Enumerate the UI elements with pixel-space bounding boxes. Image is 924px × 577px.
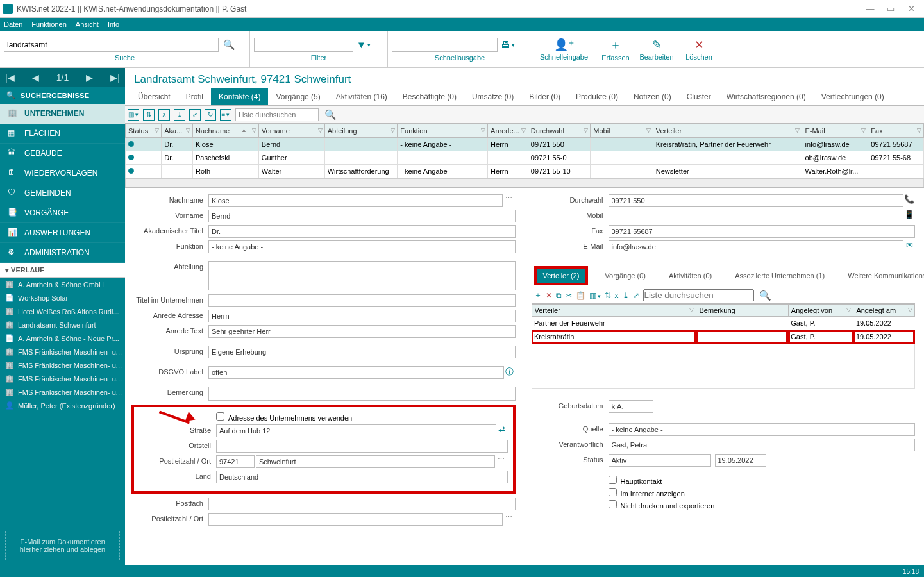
mail-icon[interactable]: ✉ bbox=[903, 240, 915, 250]
tab-cluster[interactable]: Cluster bbox=[679, 88, 719, 105]
sidebar-item-wiedervorlagen[interactable]: 🗓WIEDERVORLAGEN bbox=[0, 163, 125, 183]
filter-icon[interactable]: ▼ bbox=[356, 37, 371, 53]
menu-info[interactable]: Info bbox=[108, 21, 119, 28]
more-icon[interactable]: ⋯ bbox=[495, 455, 508, 464]
list-search-input[interactable] bbox=[235, 108, 319, 121]
email-input[interactable] bbox=[609, 240, 904, 253]
expand-icon[interactable]: ⤢ bbox=[189, 109, 201, 121]
use-company-address-checkbox[interactable] bbox=[216, 412, 224, 421]
noprint-checkbox[interactable] bbox=[609, 500, 617, 508]
table-row[interactable]: RothWalterWirtschaftförderung- keine Ang… bbox=[126, 165, 924, 178]
col-angelegt-von[interactable]: Angelegt von▽ bbox=[788, 305, 853, 317]
edit-icon[interactable]: ✎ bbox=[646, 38, 668, 52]
subtab-vorgaenge[interactable]: Vorgänge (0) bbox=[598, 269, 652, 283]
export-xls-icon[interactable]: x bbox=[615, 291, 619, 300]
export-icon[interactable]: ⤓ bbox=[174, 109, 185, 121]
vorname-input[interactable] bbox=[208, 210, 516, 222]
quick-entry-icon[interactable]: 👤⁺ bbox=[553, 38, 575, 52]
sidebar-item-auswertungen[interactable]: 📊AUSWERTUNGEN bbox=[0, 223, 125, 243]
verteiler-row[interactable]: Partner der FeuerwehrGast, P.19.05.2022 bbox=[532, 317, 915, 330]
menu-funktionen[interactable]: Funktionen bbox=[31, 21, 66, 28]
history-item[interactable]: 🏢FMS Fränkischer Maschinen- u... bbox=[0, 345, 125, 358]
minimize-button[interactable]: — bbox=[860, 0, 880, 18]
phone-icon[interactable]: 📞 bbox=[903, 194, 915, 204]
ortsteil-input[interactable] bbox=[216, 440, 508, 453]
tab-produkte[interactable]: Produkte (0) bbox=[568, 88, 626, 105]
tab-profil[interactable]: Profil bbox=[178, 88, 211, 105]
history-item[interactable]: 👤Müller, Peter (Existenzgründer) bbox=[0, 399, 125, 412]
strasse-input[interactable] bbox=[216, 424, 496, 437]
col-verteiler[interactable]: Verteiler▽ bbox=[653, 124, 802, 138]
status-date-input[interactable] bbox=[715, 454, 766, 467]
print-icon[interactable]: 🖶 bbox=[500, 37, 516, 53]
tab-notizen[interactable]: Notizen (0) bbox=[626, 88, 679, 105]
history-item[interactable]: 📄Workshop Solar bbox=[0, 291, 125, 305]
subtab-kommunikation[interactable]: Weitere Kommunikationsdaten (0) bbox=[841, 269, 924, 283]
subtab-aktivitaeten[interactable]: Aktivitäten (0) bbox=[662, 269, 718, 283]
sub-search-input[interactable] bbox=[643, 289, 754, 301]
sidebar-item-unternehmen[interactable]: 🏢UNTERNEHMEN bbox=[0, 104, 125, 124]
tab-beschaeftigte[interactable]: Beschäftigte (0) bbox=[395, 88, 464, 105]
global-search-input[interactable] bbox=[4, 38, 219, 52]
info-icon[interactable]: ⓘ bbox=[504, 366, 515, 379]
sidebar-item-administration[interactable]: ⚙ADMINISTRATION bbox=[0, 243, 125, 263]
col-aka[interactable]: Aka...▽ bbox=[162, 124, 193, 138]
maximize-button[interactable]: ▭ bbox=[880, 0, 901, 18]
col-angelegt-am[interactable]: Angelegt am▽ bbox=[853, 305, 915, 317]
expand-icon[interactable]: ⤢ bbox=[633, 291, 639, 300]
search-icon[interactable]: 🔍 bbox=[221, 37, 237, 53]
subtab-verteiler[interactable]: Verteiler (2) bbox=[537, 269, 586, 283]
col-email[interactable]: E-Mail▽ bbox=[802, 124, 868, 138]
history-item[interactable]: 📄A. Amrhein & Söhne - Neue Pr... bbox=[0, 331, 125, 345]
hauptkontakt-checkbox[interactable] bbox=[609, 476, 617, 484]
col-mobil[interactable]: Mobil▽ bbox=[591, 124, 653, 138]
durchwahl-input[interactable] bbox=[609, 194, 904, 207]
export-icon[interactable]: ⤓ bbox=[623, 291, 629, 300]
sidebar-item-flaechen[interactable]: ▦FLÄCHEN bbox=[0, 124, 125, 144]
sidebar-item-vorgaenge[interactable]: 📑VORGÄNGE bbox=[0, 203, 125, 223]
col-anrede[interactable]: Anrede...▽ bbox=[488, 124, 528, 138]
map-icon[interactable]: ⇄ bbox=[496, 424, 507, 437]
verantwortlich-input[interactable] bbox=[609, 439, 916, 451]
more-icon[interactable]: ⋯ bbox=[503, 194, 516, 203]
menu-ansicht[interactable]: Ansicht bbox=[76, 21, 99, 28]
menu-daten[interactable]: Daten bbox=[4, 21, 22, 28]
postfach-plzort-input[interactable] bbox=[208, 513, 503, 526]
search-icon[interactable]: 🔍 bbox=[323, 107, 338, 122]
subtab-assoziierte[interactable]: Assoziierte Unternehmen (1) bbox=[728, 269, 831, 283]
col-verteiler[interactable]: Verteiler▽ bbox=[532, 305, 696, 317]
col-durchwahl[interactable]: Durchwahl▽ bbox=[528, 124, 590, 138]
create-icon[interactable]: ＋ bbox=[605, 37, 626, 53]
col-nachname[interactable]: Nachname▲▽ bbox=[192, 124, 258, 138]
export-xls-icon[interactable]: x bbox=[158, 109, 170, 121]
titel-input[interactable] bbox=[208, 294, 516, 307]
ursprung-input[interactable] bbox=[208, 346, 516, 358]
columns-button[interactable]: ▥ bbox=[589, 291, 601, 300]
tab-bilder[interactable]: Bilder (0) bbox=[521, 88, 568, 105]
col-vorname[interactable]: Vorname▽ bbox=[258, 124, 324, 138]
col-funktion[interactable]: Funktion▽ bbox=[398, 124, 488, 138]
aka-input[interactable] bbox=[208, 225, 516, 238]
pager-last[interactable]: ▶| bbox=[110, 72, 120, 83]
history-item[interactable]: 🏢Landratsamt Schweinfurt bbox=[0, 318, 125, 331]
history-item[interactable]: 🏢FMS Fränkischer Maschinen- u... bbox=[0, 385, 125, 399]
refresh-icon[interactable]: ↻ bbox=[205, 109, 216, 121]
grid-scrollbar[interactable] bbox=[125, 178, 924, 187]
email-drop-zone[interactable]: E-Mail zum Dokumentieren hierher ziehen … bbox=[5, 531, 120, 560]
land-input[interactable] bbox=[216, 471, 508, 483]
quelle-input[interactable] bbox=[609, 423, 916, 436]
close-button[interactable]: ✕ bbox=[901, 0, 921, 18]
col-bemerkung[interactable]: Bemerkung bbox=[696, 305, 788, 317]
pager-first[interactable]: |◀ bbox=[5, 72, 15, 83]
status-input[interactable] bbox=[609, 454, 711, 467]
tool-icon[interactable]: ⇅ bbox=[605, 291, 611, 300]
history-item[interactable]: 🏢Hotel Weißes Roß Alfons Rudl... bbox=[0, 305, 125, 318]
plz-input[interactable] bbox=[216, 455, 255, 468]
fax-input[interactable] bbox=[609, 225, 916, 238]
tab-verflechtungen[interactable]: Verflechtungen (0) bbox=[814, 88, 892, 105]
search-icon[interactable]: 🔍 bbox=[758, 288, 773, 303]
tool-icon[interactable]: ⇅ bbox=[143, 109, 155, 121]
mobil-input[interactable] bbox=[609, 210, 904, 222]
nachname-input[interactable] bbox=[208, 194, 503, 207]
cut-icon[interactable]: ✂ bbox=[566, 291, 572, 300]
